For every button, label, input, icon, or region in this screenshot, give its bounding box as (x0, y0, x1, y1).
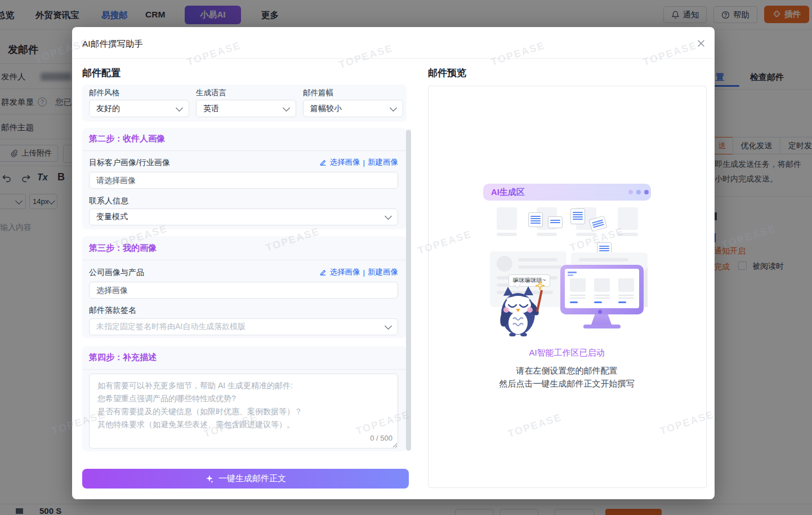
chevron-down-icon (385, 212, 392, 220)
chevron-down-icon (390, 104, 397, 112)
document-icon (548, 216, 563, 228)
contact-mode-select[interactable]: 变量模式 (89, 208, 398, 225)
pencil-icon (319, 159, 327, 166)
owl-mascot (496, 285, 542, 336)
sparkle-icon (205, 474, 214, 483)
document-icon (570, 208, 585, 224)
length-select[interactable]: 篇幅较小 (303, 100, 403, 117)
document-icon (528, 212, 543, 227)
close-button[interactable] (695, 37, 707, 50)
ghost-bar (497, 233, 517, 236)
left-column-scrollbar[interactable] (406, 130, 411, 451)
ghost-card (618, 207, 638, 230)
language-select[interactable]: 英语 (196, 100, 296, 117)
monitor-base (583, 325, 621, 328)
section-divider (82, 260, 407, 260)
signature-select[interactable]: 未指定固定签名时将由AI自动生成落款模版 (89, 318, 398, 335)
wand-sparkle-icon (535, 281, 545, 291)
pencil-icon (319, 269, 327, 276)
ghost-bar (618, 233, 638, 236)
ai-gen-area-bar: AI生成区 (483, 184, 651, 201)
close-icon (697, 39, 705, 47)
chevron-down-icon (385, 322, 392, 330)
modal-title: AI邮件撰写助手 (82, 38, 143, 50)
step3-title: 第三步：我的画像 (89, 243, 157, 254)
step2-title: 第二步：收件人画像 (89, 134, 165, 144)
chevron-down-icon (283, 104, 290, 112)
modal-header-divider (72, 58, 715, 59)
section-divider (82, 150, 407, 151)
step2-portrait-links: 选择画像 | 新建画像 (311, 157, 398, 167)
window-dot-icon (644, 190, 649, 194)
workspace-status-text: AI智能工作区已启动 (428, 348, 706, 358)
length-label: 邮件篇幅 (303, 88, 333, 98)
ai-gen-area-label: AI生成区 (491, 187, 525, 198)
chevron-down-icon (176, 104, 183, 112)
hint-line-1: 请在左侧设置您的邮件配置 (428, 366, 706, 376)
ghost-card (497, 207, 517, 230)
hint-line-2: 然后点击一键生成邮件正文开始撰写 (428, 379, 706, 389)
char-counter: 0 / 500 (319, 434, 392, 442)
window-dot-icon (628, 190, 633, 194)
ghost-bar (576, 233, 596, 236)
contact-info-label: 联系人信息 (89, 196, 128, 206)
company-portrait-label: 公司画像与产品 (89, 268, 144, 278)
new-portrait-link[interactable]: 新建画像 (368, 157, 398, 167)
monitor-button (598, 310, 602, 314)
company-portrait-input[interactable] (89, 282, 398, 299)
language-label: 生成语言 (196, 88, 226, 98)
target-portrait-label: 目标客户画像/行业画像 (89, 158, 170, 168)
new-portrait-link[interactable]: 新建画像 (368, 267, 398, 277)
ai-compose-modal: AI邮件撰写助手 邮件配置 邮件风格 友好的 生成语言 英语 邮件篇幅 篇幅较小… (72, 27, 715, 499)
style-select[interactable]: 友好的 (89, 100, 189, 117)
step4-title: 第四步：补充描述 (89, 352, 157, 363)
ghost-bar (537, 233, 557, 236)
window-dot-icon (636, 190, 641, 194)
signature-label: 邮件落款签名 (89, 305, 136, 316)
style-label: 邮件风格 (89, 88, 119, 98)
generate-email-button[interactable]: 一键生成邮件正文 (82, 469, 409, 489)
app-root: 总览 外贸资讯宝 易搜邮 CRM 小易AI 更多 通知 帮助 插件 (0, 0, 812, 515)
step3-portrait-links: 选择画像 | 新建画像 (311, 267, 398, 277)
avatar-placeholder (497, 256, 512, 272)
preview-heading: 邮件预览 (428, 66, 466, 79)
target-portrait-input[interactable] (89, 172, 398, 189)
select-portrait-link[interactable]: 选择画像 (329, 157, 360, 167)
monitor-illustration (560, 265, 644, 314)
section-divider (82, 369, 407, 370)
config-heading: 邮件配置 (82, 66, 121, 79)
select-portrait-link[interactable]: 选择画像 (329, 267, 360, 277)
